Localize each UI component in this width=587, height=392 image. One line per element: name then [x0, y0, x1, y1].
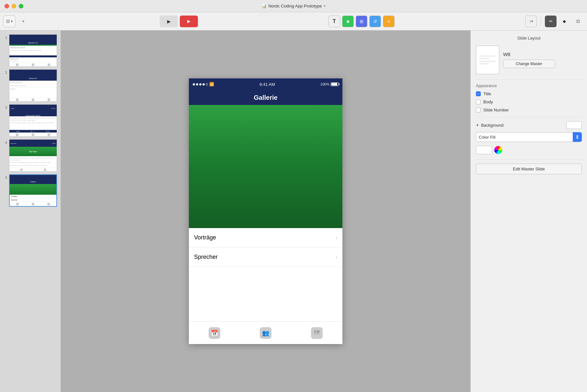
traffic-lights — [5, 4, 23, 8]
layout-line-3 — [479, 61, 496, 62]
title-checkbox[interactable] — [476, 91, 481, 96]
tab-icon-2[interactable]: 👥 — [260, 327, 271, 339]
comment-button[interactable]: ≡ — [383, 16, 395, 27]
phone-title-bar: Gallerie — [189, 90, 342, 105]
maximize-button[interactable] — [19, 4, 23, 8]
present-button[interactable]: ▶ — [180, 16, 198, 27]
wifi-icon: 📶 — [209, 82, 214, 86]
status-left: 📶 — [193, 82, 214, 86]
minimize-button[interactable] — [12, 4, 16, 8]
layout-thumbnail — [476, 46, 499, 74]
comment-icon: ≡ — [387, 19, 390, 24]
layout-line-2 — [479, 58, 489, 59]
triangle-icon: ▼ — [476, 123, 479, 127]
brush-icon: ✏ — [549, 19, 553, 24]
animate-button[interactable]: ◆ — [558, 16, 570, 27]
slide-number-5: 5 — [3, 174, 7, 179]
phone-status-bar: 📶 9:41 AM 100% — [189, 78, 342, 90]
battery-percent: 100% — [320, 82, 329, 86]
view-chevron-icon: ▾ — [11, 19, 13, 23]
phone-title: Gallerie — [254, 94, 277, 101]
battery-fill — [331, 83, 337, 86]
edit-master-slide-button[interactable]: Edit Master Slide — [476, 164, 582, 174]
slide-item-3[interactable]: 3 Zürich Events Interessanter Talk #1 Lo… — [0, 103, 61, 138]
phone-list-item-2[interactable]: Sprecher › — [189, 248, 342, 267]
right-panel: Slide Layout WB Change Master — [470, 30, 587, 392]
play-icon: ▶ — [167, 19, 171, 24]
close-button[interactable] — [5, 4, 9, 8]
tab-icon-3[interactable]: 🗺 — [311, 327, 323, 339]
color-picker-row — [476, 146, 582, 154]
status-right: 100% — [320, 82, 339, 86]
appearance-section: Appearance Title Body Slide Number — [476, 84, 582, 112]
slide-item-1[interactable]: 1 Mensch #1 Interessanter Talk #1 Lorem … — [0, 33, 61, 68]
phone-list-item-1[interactable]: Vorträge › — [189, 228, 342, 248]
checkbox-row-body: Body — [476, 99, 582, 104]
diamond-icon: ◆ — [563, 19, 566, 24]
signal-dot-3 — [199, 83, 201, 86]
background-label-area: ▼ Background — [476, 123, 503, 128]
color-fill-row: Color Fill Gradient Fill Image Fill None — [476, 132, 582, 142]
slide-number-checkbox[interactable] — [476, 108, 481, 112]
list-item-label-1: Vorträge — [194, 234, 216, 241]
signal-dot-5 — [206, 83, 208, 86]
shape-icon: ■ — [347, 19, 349, 24]
background-label: Background — [481, 123, 503, 128]
slide-item-4[interactable]: 4 Das Team Ticket Das Team Nemo enim ips… — [0, 138, 61, 173]
signal-dots — [193, 83, 208, 86]
toolbar: ⊡ ▾ + ▶ ▶ T ■ ⊞ ↺ ≡ ↑ ▾ ✏ ◆ ⊡ — [0, 12, 587, 30]
add-slide-button[interactable]: + — [17, 16, 29, 27]
change-master-button[interactable]: Change Master — [503, 60, 555, 68]
format-button[interactable]: ✏ — [545, 16, 557, 27]
title-bar: 📊 Nordc Coding App Prototype ▾ — [0, 0, 587, 12]
slide-item-5[interactable]: 5 Gallerie Vorträge Sprecher — [0, 173, 61, 208]
present-icon: ▶ — [187, 19, 190, 24]
slide-number-4: 4 — [3, 139, 7, 144]
app-icon: 📊 — [261, 4, 267, 8]
list-item-label-2: Sprecher — [194, 254, 218, 260]
window-title: 📊 Nordc Coding App Prototype ▾ — [261, 4, 326, 8]
panel-title: Slide Layout — [476, 36, 582, 40]
color-fill-select[interactable]: Color Fill Gradient Fill Image Fill None — [476, 132, 582, 142]
signal-dot-1 — [193, 83, 195, 86]
layout-line-1 — [479, 56, 496, 56]
text-button[interactable]: T — [328, 16, 340, 27]
signal-dot-2 — [196, 83, 198, 86]
share-button[interactable]: ↑ ▾ — [525, 16, 537, 27]
slide-number-3: 3 — [3, 104, 7, 110]
signal-dot-4 — [202, 83, 205, 86]
layout-preview-section: WB Change Master — [476, 46, 582, 74]
color-wheel-button[interactable] — [494, 146, 502, 154]
tab-icon-1[interactable]: 📅 — [209, 327, 220, 339]
layout-name: WB — [503, 52, 555, 57]
appearance-label: Appearance — [476, 84, 582, 88]
checkbox-row-slide-number: Slide Number — [476, 108, 582, 112]
slide-thumb-3: Zürich Events Interessanter Talk #1 Lore… — [9, 104, 57, 137]
background-section: ▼ Background Color Fill Gradient Fill Im… — [476, 121, 582, 154]
shape-button[interactable]: ■ — [342, 16, 354, 27]
chevron-icon-1: › — [336, 235, 337, 241]
checkbox-row-title: Title — [476, 91, 582, 96]
slide-number-2: 2 — [3, 69, 7, 75]
slide-item-2[interactable]: 2 Mensch #2 Interessanter Talk #1 Abbrec… — [0, 68, 61, 103]
table-button[interactable]: ⊞ — [356, 16, 367, 27]
chart-button[interactable]: ↺ — [369, 16, 381, 27]
slide-panel: 1 Mensch #1 Interessanter Talk #1 Lorem … — [0, 30, 61, 392]
slide-thumb-1: Mensch #1 Interessanter Talk #1 Lorem ip… — [9, 34, 57, 67]
color-swatch[interactable] — [476, 146, 492, 154]
background-header: ▼ Background — [476, 121, 582, 129]
play-button[interactable]: ▶ — [160, 16, 178, 27]
body-checkbox-label: Body — [483, 99, 493, 104]
dropdown-icon[interactable]: ▾ — [324, 4, 326, 8]
view-button[interactable]: ⊡ ▾ — [3, 16, 16, 27]
divider-2 — [476, 117, 582, 117]
background-color-swatch[interactable] — [566, 121, 582, 129]
chevron-icon-2: › — [336, 254, 337, 260]
table-icon: ⊞ — [360, 19, 363, 24]
body-checkbox[interactable] — [476, 99, 481, 104]
slide-canvas[interactable]: 📶 9:41 AM 100% Gallerie Vorträge — [189, 78, 342, 344]
slide-number-checkbox-label: Slide Number — [483, 108, 509, 112]
layout-view-button[interactable]: ⊡ — [572, 16, 584, 27]
slide-thumb-4: Das Team Ticket Das Team Nemo enim ipsam… — [9, 139, 57, 172]
phone-tab-bar: 📅 👥 🗺 — [189, 321, 342, 344]
